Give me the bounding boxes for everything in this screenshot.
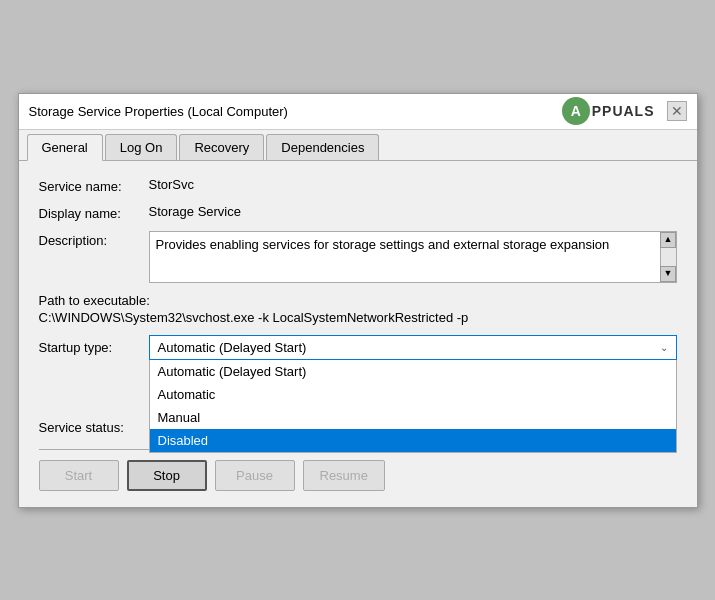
startup-type-row: Startup type: Automatic (Delayed Start) … [39,335,677,360]
service-name-label: Service name: [39,177,149,194]
service-name-value: StorSvc [149,177,677,192]
tab-logon[interactable]: Log On [105,134,178,160]
startup-option-disabled[interactable]: Disabled [150,429,676,452]
start-button[interactable]: Start [39,460,119,491]
startup-type-dropdown[interactable]: Automatic (Delayed Start) ⌄ [149,335,677,360]
stop-button[interactable]: Stop [127,460,207,491]
description-scrollbar[interactable]: ▲ ▼ [660,232,676,282]
description-box: Provides enabling services for storage s… [149,231,677,283]
appuals-logo: A PPUALS [562,97,655,125]
tabs-bar: General Log On Recovery Dependencies [19,130,697,161]
service-status-label: Service status: [39,420,149,435]
path-section: Path to executable: C:\WINDOWS\System32\… [39,293,677,325]
startup-option-auto[interactable]: Automatic [150,383,676,406]
logo-letter: A [571,103,581,119]
startup-type-label: Startup type: [39,335,149,355]
scroll-up-arrow[interactable]: ▲ [660,232,676,248]
properties-window: Storage Service Properties (Local Comput… [18,93,698,508]
startup-option-manual[interactable]: Manual [150,406,676,429]
startup-option-auto-delayed[interactable]: Automatic (Delayed Start) [150,360,676,383]
pause-button[interactable]: Pause [215,460,295,491]
path-value: C:\WINDOWS\System32\svchost.exe -k Local… [39,310,677,325]
tab-general[interactable]: General [27,134,103,161]
description-label: Description: [39,231,149,248]
resume-button[interactable]: Resume [303,460,385,491]
title-bar: Storage Service Properties (Local Comput… [19,94,697,130]
startup-type-selected: Automatic (Delayed Start) [158,340,307,355]
display-name-value: Storage Service [149,204,677,219]
description-text: Provides enabling services for storage s… [156,237,610,252]
service-control-buttons: Start Stop Pause Resume [39,460,677,491]
logo-icon: A [562,97,590,125]
tab-dependencies[interactable]: Dependencies [266,134,379,160]
close-button[interactable]: ✕ [667,101,687,121]
tab-recovery[interactable]: Recovery [179,134,264,160]
display-name-label: Display name: [39,204,149,221]
startup-type-list: Automatic (Delayed Start) Automatic Manu… [149,360,677,453]
chevron-down-icon: ⌄ [660,342,668,353]
window-title: Storage Service Properties (Local Comput… [29,104,288,119]
path-label: Path to executable: [39,293,677,308]
service-name-row: Service name: StorSvc [39,177,677,194]
logo-text: PPUALS [592,103,655,119]
tab-content: Service name: StorSvc Display name: Stor… [19,161,697,507]
title-bar-left: Storage Service Properties (Local Comput… [29,104,288,119]
startup-type-dropdown-wrapper: Automatic (Delayed Start) ⌄ Automatic (D… [149,335,677,360]
display-name-row: Display name: Storage Service [39,204,677,221]
description-row: Description: Provides enabling services … [39,231,677,283]
scroll-down-arrow[interactable]: ▼ [660,266,676,282]
